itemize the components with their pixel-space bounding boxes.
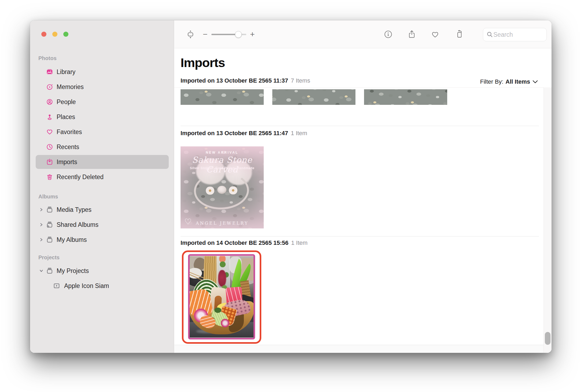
zoom-slider-fill: [211, 34, 238, 35]
bottom-margin: [174, 345, 544, 353]
photo-thumbnail-sashimi[interactable]: [190, 256, 254, 338]
photo-thumbnail-gravel-3[interactable]: [364, 89, 447, 105]
group-divider: [181, 126, 539, 126]
scrollbar-track[interactable]: [544, 87, 552, 353]
chevron-right-icon[interactable]: [39, 238, 43, 242]
zoom-out-button[interactable]: −: [203, 31, 208, 38]
photo-detail: [221, 319, 229, 327]
page-title: Imports: [181, 55, 225, 70]
chevron-down-icon: [532, 80, 538, 84]
sidebar-section-albums: Albums: [38, 194, 58, 200]
heart-icon: [46, 128, 54, 136]
photo-detail: [220, 261, 226, 267]
share-icon[interactable]: [407, 29, 417, 39]
favorite-heart-overlay-icon: ♡: [184, 217, 192, 226]
sidebar-item-favorites[interactable]: Favorites: [33, 125, 171, 139]
promo-line-2: Sakura Stone Carved: [181, 155, 264, 174]
toolbar: − +: [174, 20, 552, 48]
shared-album-icon: [46, 221, 54, 229]
trash-icon: [46, 173, 54, 181]
search-input[interactable]: [493, 31, 539, 38]
zoom-slider-knob[interactable]: [235, 31, 242, 38]
library-icon: [46, 68, 54, 76]
import-group-header-3: Imported on 14 October BE 2565 15:56 1 I…: [181, 239, 307, 247]
sidebar-section-photos: Photos: [38, 55, 57, 61]
chevron-right-icon[interactable]: [39, 208, 43, 212]
memories-icon: [46, 83, 54, 91]
filter-value: All Items: [505, 78, 530, 85]
sidebar-item-my-albums[interactable]: My Albums: [33, 233, 171, 247]
group-divider: [181, 236, 539, 236]
photo-thumbnail-gravel-1[interactable]: [181, 89, 264, 105]
places-icon: [46, 113, 54, 121]
favorite-heart-icon[interactable]: [430, 29, 440, 39]
sidebar-item-memories[interactable]: Memories: [33, 80, 171, 94]
info-icon[interactable]: [383, 29, 393, 39]
filter-by-control[interactable]: Filter By: All Items: [480, 78, 538, 85]
sidebar-item-recently-deleted[interactable]: Recently Deleted: [33, 170, 171, 184]
album-stack-icon: [46, 206, 54, 214]
sidebar: Photos Library Memories People Places: [30, 20, 174, 353]
import-tray-icon: [46, 158, 54, 166]
sidebar-item-shared-albums[interactable]: Shared Albums: [33, 218, 171, 232]
sidebar-item-imports[interactable]: Imports: [33, 155, 171, 169]
sidebar-item-places[interactable]: Places: [33, 110, 171, 124]
sidebar-item-people[interactable]: People: [33, 95, 171, 109]
rotate-icon[interactable]: [454, 29, 464, 39]
sidebar-item-my-projects[interactable]: My Projects: [33, 264, 171, 278]
sidebar-section-projects: Projects: [38, 254, 60, 261]
photo-detail: [218, 270, 226, 287]
photo-thumbnail-gravel-2[interactable]: [272, 89, 355, 105]
slideshow-play-icon: [53, 282, 61, 290]
aspect-ratio-zoom-icon[interactable]: [186, 29, 195, 39]
import-group-header-2: Imported on 13 October BE 2565 11:47 1 I…: [181, 130, 307, 137]
photo-detail: [214, 308, 221, 313]
zoom-in-button[interactable]: +: [250, 31, 255, 38]
minimize-window-button[interactable]: [52, 32, 57, 37]
search-field[interactable]: [483, 28, 547, 41]
photos-app-window: Photos Library Memories People Places: [30, 20, 552, 353]
clock-icon: [46, 143, 54, 151]
scrollbar-thumb[interactable]: [545, 332, 550, 345]
sidebar-item-recents[interactable]: Recents: [33, 140, 171, 154]
close-window-button[interactable]: [41, 32, 46, 37]
chevron-right-icon[interactable]: [39, 223, 43, 227]
header-separator: [174, 87, 544, 88]
photo-thumbnail-jewelry[interactable]: NEW ARRIVAL Sakura Stone Carved Silver S…: [181, 146, 264, 228]
people-icon: [46, 98, 54, 106]
promo-brand: ANGEL JEWELRY: [181, 221, 264, 226]
filter-label: Filter By:: [480, 78, 504, 85]
zoom-window-button[interactable]: [63, 32, 68, 37]
album-stack-icon: [46, 236, 54, 244]
sidebar-item-media-types[interactable]: Media Types: [33, 203, 171, 217]
import-group-header-1: Imported on 13 October BE 2565 11:37 7 I…: [181, 77, 310, 85]
sidebar-item-library[interactable]: Library: [33, 65, 171, 79]
search-icon: [486, 31, 493, 38]
chevron-down-icon[interactable]: [39, 269, 43, 273]
promo-line-3: Silver Stopper, Gold Pollen, Handmade: [181, 166, 264, 170]
promo-line-1: NEW ARRIVAL: [181, 151, 264, 154]
imports-content: Imports Imported on 13 October BE 2565 1…: [174, 48, 552, 353]
sidebar-item-apple-icon-siam[interactable]: Apple Icon Siam: [33, 279, 171, 293]
album-stack-icon: [46, 267, 54, 275]
